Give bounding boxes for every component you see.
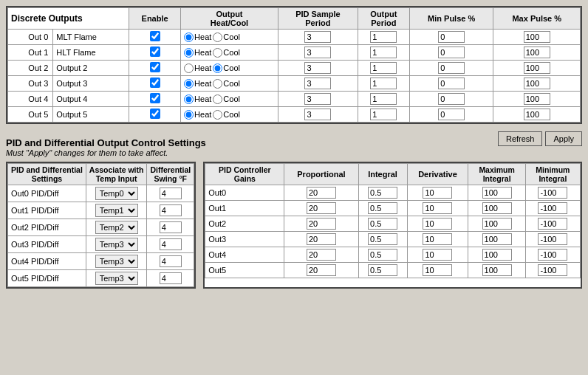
integral-input[interactable] <box>368 202 397 214</box>
min-pulse-cell <box>409 30 493 45</box>
out-name: HLT Flame <box>53 45 129 61</box>
min-integral-input[interactable] <box>538 218 567 230</box>
cool-radio[interactable] <box>213 32 222 42</box>
max-integral-input[interactable] <box>482 187 512 199</box>
bottom-tables-container: PID and Differential Settings Associate … <box>6 162 582 289</box>
max-integral-input[interactable] <box>482 233 512 245</box>
cool-radio[interactable] <box>213 110 222 120</box>
diff-swing-input[interactable] <box>160 221 182 233</box>
diff-swing-input[interactable] <box>160 255 182 267</box>
proportional-input[interactable] <box>307 233 336 245</box>
max-integral-cell <box>468 185 525 201</box>
max-pulse-input[interactable] <box>524 47 550 58</box>
assoc-temp-select[interactable]: Temp0Temp1Temp2Temp3Temp4Temp5 <box>95 272 138 285</box>
output-period-input[interactable] <box>370 31 397 43</box>
min-integral-input[interactable] <box>538 202 567 214</box>
assoc-temp-select[interactable]: Temp0Temp1Temp2Temp3Temp4Temp5 <box>95 221 138 234</box>
integral-input[interactable] <box>368 233 397 245</box>
out-label: Out 3 <box>8 76 53 92</box>
cool-radio[interactable] <box>213 63 222 73</box>
integral-input[interactable] <box>368 187 397 199</box>
pid-sample-input[interactable] <box>304 47 331 58</box>
min-integral-input[interactable] <box>538 249 567 261</box>
output-period-input[interactable] <box>370 47 397 58</box>
integral-input[interactable] <box>368 218 397 230</box>
heat-radio[interactable] <box>184 79 194 89</box>
enable-checkbox[interactable] <box>150 109 160 119</box>
pid-settings-header: PID and Differential Settings <box>8 164 86 185</box>
derivative-input[interactable] <box>423 264 452 276</box>
proportional-input[interactable] <box>307 264 336 276</box>
heat-radio[interactable] <box>184 63 194 73</box>
min-pulse-input[interactable] <box>438 93 465 105</box>
pid-sample-input[interactable] <box>304 31 331 43</box>
enable-checkbox[interactable] <box>150 47 160 57</box>
out-label: Out 2 <box>8 61 53 76</box>
derivative-input[interactable] <box>423 202 452 214</box>
proportional-input[interactable] <box>307 218 336 230</box>
min-pulse-input[interactable] <box>438 47 465 58</box>
output-period-input[interactable] <box>370 93 397 105</box>
pid-diff-label: Out5 PID/Diff <box>8 270 86 287</box>
derivative-input[interactable] <box>423 218 452 230</box>
pid-sample-input[interactable] <box>304 109 331 120</box>
output-period-input[interactable] <box>370 78 397 89</box>
derivative-header: Derivative <box>407 164 468 185</box>
min-integral-input[interactable] <box>538 187 567 199</box>
diff-swing-input[interactable] <box>160 238 182 250</box>
diff-swing-input[interactable] <box>160 204 182 216</box>
refresh-button[interactable]: Refresh <box>498 131 543 146</box>
apply-button[interactable]: Apply <box>545 131 582 146</box>
output-period-input[interactable] <box>370 62 397 74</box>
heat-radio[interactable] <box>184 32 194 42</box>
heat-label: Heat <box>194 48 211 57</box>
max-integral-input[interactable] <box>482 202 512 214</box>
derivative-input[interactable] <box>423 249 452 261</box>
max-integral-input[interactable] <box>482 218 512 230</box>
cool-radio[interactable] <box>213 94 222 104</box>
max-pulse-input[interactable] <box>524 78 550 89</box>
cool-radio[interactable] <box>213 79 222 89</box>
pid-diff-row: Out4 PID/Diff Temp0Temp1Temp2Temp3Temp4T… <box>8 253 194 270</box>
min-pulse-input[interactable] <box>438 109 465 120</box>
pid-diff-label: Out0 PID/Diff <box>8 185 86 202</box>
max-pulse-input[interactable] <box>524 31 550 43</box>
enable-checkbox[interactable] <box>150 62 160 72</box>
pid-sample-input[interactable] <box>304 78 331 89</box>
derivative-cell <box>407 232 468 247</box>
min-pulse-input[interactable] <box>438 31 465 43</box>
assoc-temp-select[interactable]: Temp0Temp1Temp2Temp3Temp4Temp5 <box>95 204 138 217</box>
derivative-input[interactable] <box>423 187 452 199</box>
enable-checkbox[interactable] <box>150 31 160 41</box>
output-period-input[interactable] <box>370 109 397 120</box>
heat-radio[interactable] <box>184 94 194 104</box>
assoc-temp-select[interactable]: Temp0Temp1Temp2Temp3Temp4Temp5 <box>95 187 138 200</box>
assoc-temp-select[interactable]: Temp0Temp1Temp2Temp3Temp4Temp5 <box>95 238 138 251</box>
assoc-temp-select[interactable]: Temp0Temp1Temp2Temp3Temp4Temp5 <box>95 255 138 268</box>
max-pulse-input[interactable] <box>524 109 550 120</box>
min-pulse-input[interactable] <box>438 62 465 74</box>
diff-swing-input[interactable] <box>160 188 182 199</box>
heat-radio[interactable] <box>184 110 194 120</box>
pid-sample-input[interactable] <box>304 93 331 105</box>
max-pulse-input[interactable] <box>524 62 550 74</box>
heat-radio[interactable] <box>184 48 194 58</box>
integral-input[interactable] <box>368 249 397 261</box>
cool-radio[interactable] <box>213 48 222 58</box>
max-integral-input[interactable] <box>482 264 512 276</box>
discrete-output-row: Out 2 Output 2 Heat Cool <box>8 61 581 76</box>
diff-swing-input[interactable] <box>160 272 182 284</box>
max-integral-input[interactable] <box>482 249 512 261</box>
pid-sample-input[interactable] <box>304 62 331 74</box>
proportional-input[interactable] <box>307 202 336 214</box>
min-pulse-input[interactable] <box>438 78 465 89</box>
max-pulse-input[interactable] <box>524 93 550 105</box>
enable-checkbox[interactable] <box>150 93 160 103</box>
proportional-input[interactable] <box>307 187 336 199</box>
derivative-input[interactable] <box>423 233 452 245</box>
min-integral-input[interactable] <box>538 233 567 245</box>
integral-input[interactable] <box>368 264 397 276</box>
enable-checkbox[interactable] <box>150 78 160 88</box>
proportional-input[interactable] <box>307 249 336 261</box>
min-integral-input[interactable] <box>538 264 567 276</box>
